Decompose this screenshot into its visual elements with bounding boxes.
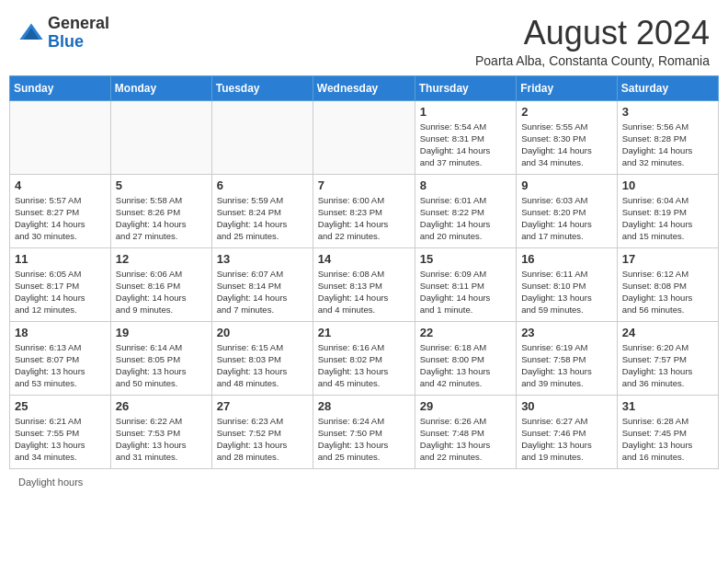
- title-block: August 2024 Poarta Alba, Constanta Count…: [475, 15, 710, 68]
- day-info: Sunrise: 5:59 AM Sunset: 8:24 PM Dayligh…: [217, 194, 308, 243]
- calendar-cell: 8Sunrise: 6:01 AM Sunset: 8:22 PM Daylig…: [415, 174, 516, 247]
- day-info: Sunrise: 5:58 AM Sunset: 8:26 PM Dayligh…: [116, 194, 207, 243]
- day-info: Sunrise: 6:15 AM Sunset: 8:03 PM Dayligh…: [217, 341, 308, 390]
- calendar-cell: 18Sunrise: 6:13 AM Sunset: 8:07 PM Dayli…: [10, 321, 111, 395]
- logo: General Blue: [18, 15, 109, 52]
- calendar-cell: 3Sunrise: 5:56 AM Sunset: 8:28 PM Daylig…: [617, 100, 718, 174]
- calendar-cell: 9Sunrise: 6:03 AM Sunset: 8:20 PM Daylig…: [517, 174, 618, 247]
- day-number: 14: [318, 252, 410, 266]
- week-row-3: 18Sunrise: 6:13 AM Sunset: 8:07 PM Dayli…: [10, 321, 719, 395]
- day-header-friday: Friday: [517, 75, 618, 100]
- calendar-cell: 27Sunrise: 6:23 AM Sunset: 7:52 PM Dayli…: [211, 395, 313, 468]
- day-number: 17: [622, 252, 713, 266]
- day-info: Sunrise: 5:55 AM Sunset: 8:30 PM Dayligh…: [521, 121, 612, 169]
- calendar-cell: 31Sunrise: 6:28 AM Sunset: 7:45 PM Dayli…: [617, 395, 718, 468]
- calendar-cell: 12Sunrise: 6:06 AM Sunset: 8:16 PM Dayli…: [110, 247, 211, 321]
- day-number: 20: [217, 326, 308, 339]
- calendar-cell: 19Sunrise: 6:14 AM Sunset: 8:05 PM Dayli…: [110, 321, 211, 395]
- day-info: Sunrise: 6:01 AM Sunset: 8:22 PM Dayligh…: [420, 194, 511, 243]
- day-number: 2: [521, 105, 612, 119]
- logo-icon: [18, 20, 44, 46]
- day-number: 27: [217, 399, 308, 413]
- month-year-title: August 2024: [475, 15, 710, 52]
- day-number: 25: [15, 399, 106, 413]
- day-number: 13: [217, 252, 308, 266]
- day-number: 19: [116, 326, 207, 339]
- day-number: 28: [318, 399, 410, 413]
- logo-blue-text: Blue: [48, 32, 84, 51]
- day-header-saturday: Saturday: [617, 75, 718, 100]
- day-info: Sunrise: 6:22 AM Sunset: 7:53 PM Dayligh…: [116, 415, 207, 464]
- day-info: Sunrise: 6:18 AM Sunset: 8:00 PM Dayligh…: [420, 341, 511, 390]
- day-info: Sunrise: 5:56 AM Sunset: 8:28 PM Dayligh…: [622, 121, 713, 169]
- day-info: Sunrise: 6:11 AM Sunset: 8:10 PM Dayligh…: [521, 268, 612, 316]
- day-number: 12: [116, 252, 207, 266]
- day-number: 1: [420, 105, 511, 119]
- day-info: Sunrise: 6:28 AM Sunset: 7:45 PM Dayligh…: [622, 415, 713, 464]
- day-info: Sunrise: 6:24 AM Sunset: 7:50 PM Dayligh…: [318, 415, 410, 464]
- calendar-header: SundayMondayTuesdayWednesdayThursdayFrid…: [10, 75, 719, 100]
- day-number: 10: [622, 178, 713, 192]
- calendar-cell: [313, 100, 415, 174]
- day-number: 16: [521, 252, 612, 266]
- logo-general-text: General: [48, 14, 109, 32]
- day-info: Sunrise: 6:26 AM Sunset: 7:48 PM Dayligh…: [420, 415, 511, 464]
- day-info: Sunrise: 6:19 AM Sunset: 7:58 PM Dayligh…: [521, 341, 612, 390]
- calendar-cell: 5Sunrise: 5:58 AM Sunset: 8:26 PM Daylig…: [110, 174, 211, 247]
- location-subtitle: Poarta Alba, Constanta County, Romania: [475, 53, 710, 68]
- calendar-cell: 26Sunrise: 6:22 AM Sunset: 7:53 PM Dayli…: [110, 395, 211, 468]
- day-header-tuesday: Tuesday: [211, 75, 313, 100]
- day-info: Sunrise: 6:12 AM Sunset: 8:08 PM Dayligh…: [622, 268, 713, 316]
- calendar-cell: 25Sunrise: 6:21 AM Sunset: 7:55 PM Dayli…: [10, 395, 111, 468]
- day-info: Sunrise: 6:13 AM Sunset: 8:07 PM Dayligh…: [15, 341, 106, 390]
- calendar-cell: 14Sunrise: 6:08 AM Sunset: 8:13 PM Dayli…: [313, 247, 415, 321]
- calendar-cell: 20Sunrise: 6:15 AM Sunset: 8:03 PM Dayli…: [211, 321, 313, 395]
- calendar-cell: 17Sunrise: 6:12 AM Sunset: 8:08 PM Dayli…: [617, 247, 718, 321]
- day-info: Sunrise: 5:57 AM Sunset: 8:27 PM Dayligh…: [15, 194, 106, 243]
- calendar-cell: 16Sunrise: 6:11 AM Sunset: 8:10 PM Dayli…: [517, 247, 618, 321]
- week-row-0: 1Sunrise: 5:54 AM Sunset: 8:31 PM Daylig…: [10, 100, 719, 174]
- day-info: Sunrise: 6:08 AM Sunset: 8:13 PM Dayligh…: [318, 268, 410, 316]
- day-number: 3: [622, 105, 713, 119]
- day-number: 18: [15, 326, 106, 339]
- calendar-cell: 7Sunrise: 6:00 AM Sunset: 8:23 PM Daylig…: [313, 174, 415, 247]
- day-number: 26: [116, 399, 207, 413]
- day-info: Sunrise: 6:04 AM Sunset: 8:19 PM Dayligh…: [622, 194, 713, 243]
- calendar-cell: [10, 100, 111, 174]
- day-number: 7: [318, 178, 410, 192]
- day-number: 4: [15, 178, 106, 192]
- day-number: 21: [318, 326, 410, 339]
- days-of-week-row: SundayMondayTuesdayWednesdayThursdayFrid…: [10, 75, 719, 100]
- day-info: Sunrise: 6:14 AM Sunset: 8:05 PM Dayligh…: [116, 341, 207, 390]
- day-info: Sunrise: 6:03 AM Sunset: 8:20 PM Dayligh…: [521, 194, 612, 243]
- calendar-cell: [211, 100, 313, 174]
- calendar-cell: 10Sunrise: 6:04 AM Sunset: 8:19 PM Dayli…: [617, 174, 718, 247]
- day-number: 5: [116, 178, 207, 192]
- calendar-cell: 30Sunrise: 6:27 AM Sunset: 7:46 PM Dayli…: [517, 395, 618, 468]
- footer: Daylight hours: [0, 469, 728, 495]
- week-row-1: 4Sunrise: 5:57 AM Sunset: 8:27 PM Daylig…: [10, 174, 719, 247]
- day-header-thursday: Thursday: [415, 75, 516, 100]
- day-number: 23: [521, 326, 612, 339]
- calendar-cell: 22Sunrise: 6:18 AM Sunset: 8:00 PM Dayli…: [415, 321, 516, 395]
- calendar-cell: 15Sunrise: 6:09 AM Sunset: 8:11 PM Dayli…: [415, 247, 516, 321]
- calendar-cell: 21Sunrise: 6:16 AM Sunset: 8:02 PM Dayli…: [313, 321, 415, 395]
- calendar-cell: 4Sunrise: 5:57 AM Sunset: 8:27 PM Daylig…: [10, 174, 111, 247]
- calendar-wrapper: SundayMondayTuesdayWednesdayThursdayFrid…: [0, 75, 728, 469]
- calendar-cell: 1Sunrise: 5:54 AM Sunset: 8:31 PM Daylig…: [415, 100, 516, 174]
- day-number: 15: [420, 252, 511, 266]
- calendar-cell: 24Sunrise: 6:20 AM Sunset: 7:57 PM Dayli…: [617, 321, 718, 395]
- week-row-2: 11Sunrise: 6:05 AM Sunset: 8:17 PM Dayli…: [10, 247, 719, 321]
- calendar-cell: 6Sunrise: 5:59 AM Sunset: 8:24 PM Daylig…: [211, 174, 313, 247]
- day-info: Sunrise: 6:07 AM Sunset: 8:14 PM Dayligh…: [217, 268, 308, 316]
- day-number: 11: [15, 252, 106, 266]
- day-number: 29: [420, 399, 511, 413]
- day-number: 8: [420, 178, 511, 192]
- calendar-cell: 13Sunrise: 6:07 AM Sunset: 8:14 PM Dayli…: [211, 247, 313, 321]
- day-header-sunday: Sunday: [10, 75, 111, 100]
- day-info: Sunrise: 6:06 AM Sunset: 8:16 PM Dayligh…: [116, 268, 207, 316]
- day-info: Sunrise: 6:21 AM Sunset: 7:55 PM Dayligh…: [15, 415, 106, 464]
- calendar-cell: 28Sunrise: 6:24 AM Sunset: 7:50 PM Dayli…: [313, 395, 415, 468]
- day-info: Sunrise: 6:27 AM Sunset: 7:46 PM Dayligh…: [521, 415, 612, 464]
- calendar-cell: 11Sunrise: 6:05 AM Sunset: 8:17 PM Dayli…: [10, 247, 111, 321]
